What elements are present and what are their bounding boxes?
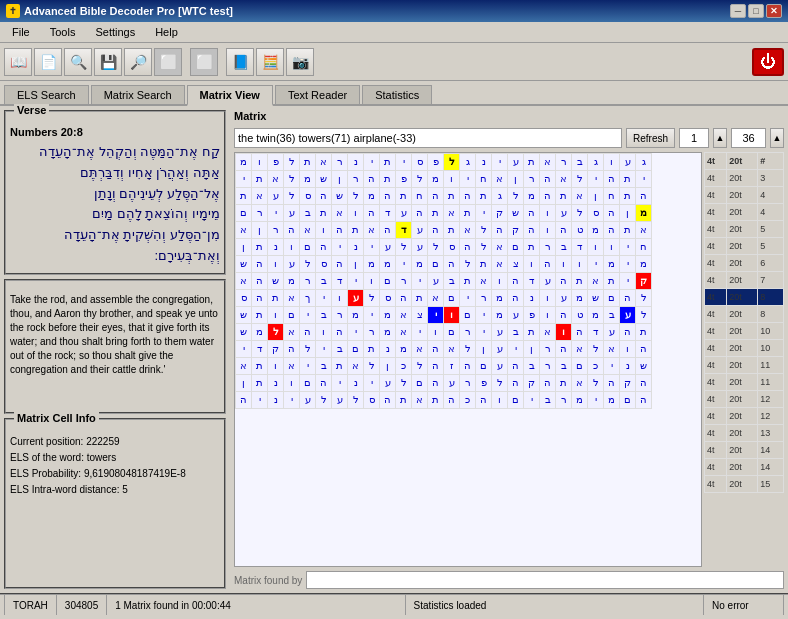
matrix-cell[interactable]: ע <box>412 222 428 239</box>
matrix-cell[interactable]: צ <box>412 307 428 324</box>
matrix-cell[interactable]: ס <box>380 290 396 307</box>
matrix-cell[interactable]: א <box>604 341 620 358</box>
num-input-1[interactable] <box>679 128 709 148</box>
matrix-cell[interactable]: ע <box>412 239 428 256</box>
matrix-cell[interactable]: י <box>636 171 652 188</box>
matrix-cell[interactable]: ע <box>492 324 508 341</box>
matrix-cell[interactable]: מ <box>236 154 252 171</box>
matrix-cell[interactable]: ו <box>284 239 300 256</box>
matrix-cell[interactable]: ת <box>332 358 348 375</box>
matrix-cell[interactable]: א <box>332 205 348 222</box>
matrix-cell[interactable]: א <box>412 341 428 358</box>
matrix-cell[interactable]: מ <box>380 307 396 324</box>
matrix-cell[interactable]: ן <box>348 256 364 273</box>
matrix-cell[interactable]: ו <box>620 341 636 358</box>
matrix-cell[interactable]: א <box>556 171 572 188</box>
matrix-cell[interactable]: מ <box>636 205 652 222</box>
matrix-cell[interactable]: י <box>428 307 444 324</box>
matrix-cell[interactable]: ה <box>636 341 652 358</box>
matrix-cell[interactable]: ד <box>380 205 396 222</box>
matrix-cell[interactable]: א <box>460 222 476 239</box>
matrix-cell[interactable]: ה <box>428 375 444 392</box>
matrix-cell[interactable]: א <box>268 171 284 188</box>
matrix-cell[interactable]: מ <box>492 307 508 324</box>
matrix-cell[interactable]: ם <box>300 375 316 392</box>
matrix-cell[interactable]: ם <box>476 358 492 375</box>
matrix-cell[interactable]: ת <box>636 324 652 341</box>
matrix-cell[interactable]: ו <box>556 256 572 273</box>
matrix-cell[interactable]: ה <box>460 239 476 256</box>
matrix-cell[interactable]: נ <box>348 239 364 256</box>
matrix-cell[interactable]: א <box>396 307 412 324</box>
matrix-cell[interactable]: ר <box>348 171 364 188</box>
matrix-cell[interactable]: ת <box>396 392 412 409</box>
matrix-cell[interactable]: ת <box>524 154 540 171</box>
menu-file[interactable]: File <box>4 24 38 40</box>
matrix-cell[interactable]: ה <box>316 188 332 205</box>
matrix-cell[interactable]: י <box>412 324 428 341</box>
matrix-cell[interactable]: ט <box>572 222 588 239</box>
matrix-cell[interactable]: ו <box>524 256 540 273</box>
spin-up-1[interactable]: ▲ <box>713 128 727 148</box>
matrix-cell[interactable]: ל <box>300 256 316 273</box>
matrix-cell[interactable]: ה <box>284 341 300 358</box>
matrix-cell[interactable]: ת <box>380 171 396 188</box>
matrix-cell[interactable]: מ <box>364 188 380 205</box>
matrix-cell[interactable]: ו <box>316 222 332 239</box>
matrix-cell[interactable]: ב <box>444 273 460 290</box>
matrix-cell[interactable]: ת <box>556 188 572 205</box>
matrix-cell[interactable]: ן <box>236 375 252 392</box>
matrix-cell[interactable]: ה <box>508 290 524 307</box>
matrix-cell[interactable]: ל <box>412 171 428 188</box>
list-item[interactable]: 4t20t15 <box>705 476 784 493</box>
matrix-cell[interactable]: י <box>332 375 348 392</box>
matrix-cell[interactable]: י <box>396 154 412 171</box>
tab-statistics[interactable]: Statistics <box>362 85 432 104</box>
matrix-cell[interactable]: ו <box>252 154 268 171</box>
toolbar-zoom[interactable]: 🔎 <box>124 48 152 76</box>
matrix-cell[interactable]: ע <box>348 290 364 307</box>
matrix-cell[interactable]: ת <box>236 188 252 205</box>
matrix-cell[interactable]: נ <box>268 239 284 256</box>
matrix-cell[interactable]: י <box>412 273 428 290</box>
matrix-cell[interactable]: מ <box>492 290 508 307</box>
matrix-cell[interactable]: ת <box>300 154 316 171</box>
matrix-cell[interactable]: ל <box>636 307 652 324</box>
matrix-cell[interactable]: ל <box>572 171 588 188</box>
matrix-cell[interactable]: ה <box>332 256 348 273</box>
matrix-cell[interactable]: ה <box>396 290 412 307</box>
matrix-cell[interactable]: ו <box>444 307 460 324</box>
matrix-cell[interactable]: ע <box>492 341 508 358</box>
matrix-cell[interactable]: ע <box>380 375 396 392</box>
matrix-grid[interactable]: געוגבראתעינגלפסיתינראתלפומיתהילאהרןאחיומ… <box>234 152 702 567</box>
list-item[interactable]: 4t20t8 <box>705 306 784 323</box>
matrix-cell[interactable]: מ <box>412 256 428 273</box>
matrix-cell[interactable]: ה <box>428 222 444 239</box>
matrix-cell[interactable]: י <box>476 307 492 324</box>
matrix-cell[interactable]: ג <box>588 154 604 171</box>
matrix-cell[interactable]: י <box>604 358 620 375</box>
matrix-cell[interactable]: ג <box>492 188 508 205</box>
toolbar-new[interactable]: 📄 <box>34 48 62 76</box>
matrix-cell[interactable]: ן <box>508 171 524 188</box>
list-item[interactable]: 4t20t14 <box>705 459 784 476</box>
matrix-cell[interactable]: ן <box>252 222 268 239</box>
matrix-cell[interactable]: י <box>284 392 300 409</box>
matrix-cell[interactable]: ב <box>316 358 332 375</box>
matrix-cell[interactable]: ת <box>620 222 636 239</box>
matrix-cell[interactable]: י <box>588 256 604 273</box>
minimize-button[interactable]: ─ <box>730 4 746 18</box>
matrix-cell[interactable]: ו <box>604 239 620 256</box>
matrix-cell[interactable]: ע <box>508 307 524 324</box>
matrix-cell[interactable]: מ <box>636 256 652 273</box>
matrix-cell[interactable]: ת <box>444 222 460 239</box>
list-item[interactable]: 4t20t12 <box>705 391 784 408</box>
matrix-cell[interactable]: ה <box>540 188 556 205</box>
matrix-cell[interactable]: ס <box>300 188 316 205</box>
matrix-cell[interactable]: ם <box>284 307 300 324</box>
matrix-cell[interactable]: ע <box>380 239 396 256</box>
matrix-cell[interactable]: ב <box>556 358 572 375</box>
matrix-cell[interactable]: ם <box>572 358 588 375</box>
matrix-cell[interactable]: י <box>364 307 380 324</box>
matrix-cell[interactable]: א <box>588 273 604 290</box>
